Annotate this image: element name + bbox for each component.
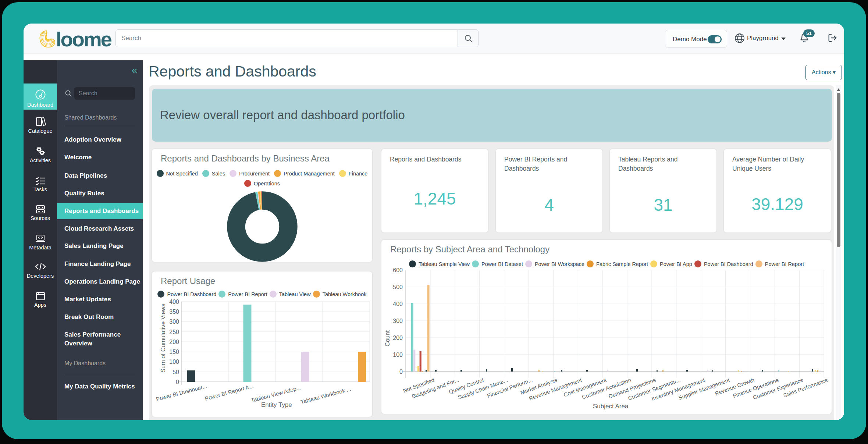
svg-text:200: 200 [169, 339, 179, 345]
svg-text:200: 200 [393, 335, 403, 341]
svg-text:350: 350 [169, 309, 179, 315]
svg-text:Power BI Dashboar...: Power BI Dashboar... [155, 383, 207, 402]
svg-text:400: 400 [169, 299, 179, 305]
svg-text:Tableau Workbook ...: Tableau Workbook ... [300, 386, 352, 405]
svg-text:300: 300 [169, 319, 179, 325]
svg-text:0: 0 [399, 369, 403, 375]
svg-text:50: 50 [172, 369, 179, 375]
svg-text:loome: loome [56, 28, 112, 51]
svg-text:Count: Count [384, 330, 391, 347]
svg-text:150: 150 [169, 349, 179, 355]
svg-text:600: 600 [393, 267, 403, 273]
svg-text:Subject Area: Subject Area [593, 403, 629, 410]
svg-text:Entity Type: Entity Type [261, 401, 292, 408]
svg-text:500: 500 [393, 284, 403, 290]
svg-text:300: 300 [393, 318, 403, 324]
svg-text:Power BI Report A...: Power BI Report A... [204, 383, 254, 402]
svg-text:Tableau View Adop...: Tableau View Adop... [250, 384, 301, 404]
svg-text:100: 100 [169, 359, 179, 365]
svg-text:0: 0 [176, 379, 179, 385]
svg-text:Sum of Cumulative Views: Sum of Cumulative Views [160, 303, 166, 373]
svg-text:400: 400 [393, 301, 403, 307]
svg-text:100: 100 [393, 352, 403, 358]
svg-text:250: 250 [169, 329, 179, 335]
